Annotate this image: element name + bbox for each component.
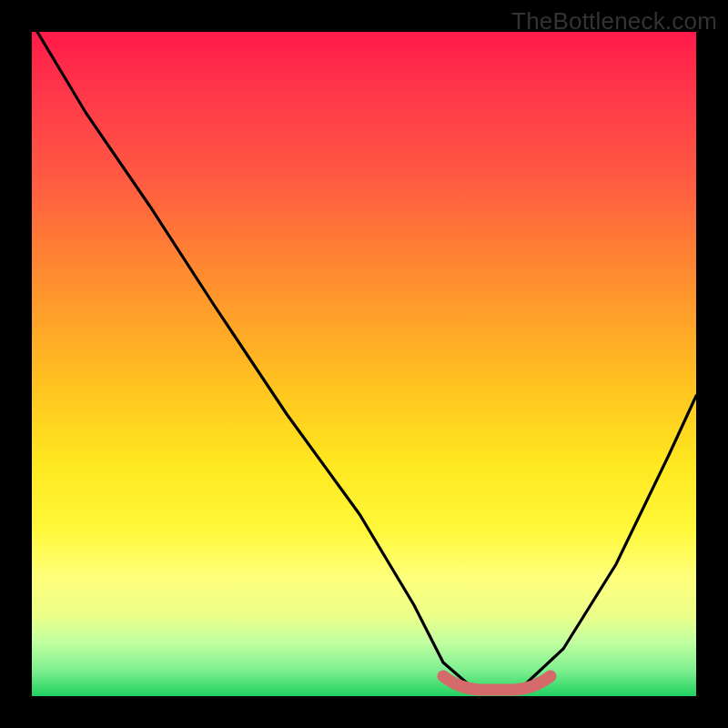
bottleneck-curve [32,32,696,692]
chart-container: TheBottleneck.com [0,0,728,728]
plot-area [32,32,696,696]
curve-layer [32,32,696,696]
watermark-text: TheBottleneck.com [511,7,717,35]
